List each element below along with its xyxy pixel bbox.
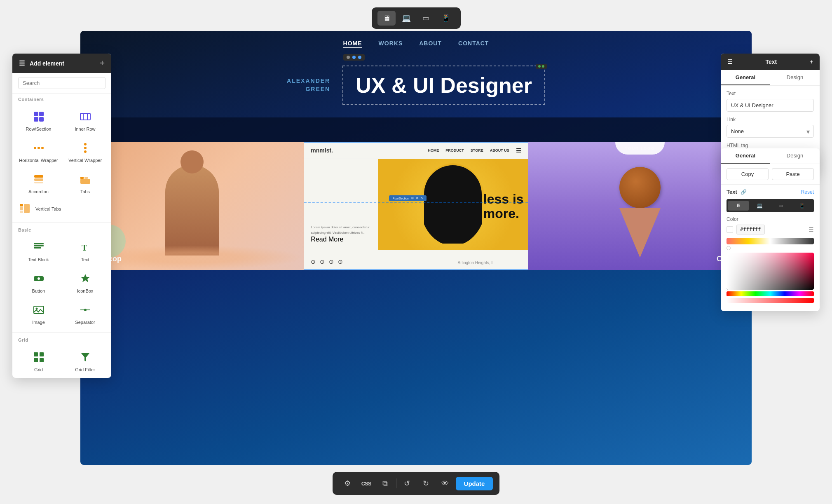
link-select[interactable]: None URL Email xyxy=(727,125,814,138)
design-tabs-bar: General Design xyxy=(721,148,820,164)
mini-hero-content: Lorem ipsum dolor sit amet, consectetur … xyxy=(304,159,527,250)
color-spectrum-bar[interactable] xyxy=(727,291,814,296)
element-image[interactable]: Image xyxy=(16,298,61,329)
right-sidebar-hamburger-icon[interactable]: ☰ xyxy=(727,59,733,65)
element-h-wrapper[interactable]: Horizontal Wrapper xyxy=(16,136,61,167)
containers-category-label: Containers xyxy=(12,94,111,103)
desktop-device-btn[interactable]: 🖥 xyxy=(377,11,396,26)
tab-general[interactable]: General xyxy=(721,70,770,85)
search-input[interactable] xyxy=(18,77,105,89)
color-picker-area[interactable] xyxy=(727,253,814,290)
text-link-icon[interactable]: 🔗 xyxy=(741,189,747,195)
svg-rect-38 xyxy=(40,358,44,362)
svg-text:+: + xyxy=(43,174,45,178)
grid2-icon xyxy=(31,350,46,365)
tab-design[interactable]: Design xyxy=(770,70,820,85)
color-gradient-bar[interactable] xyxy=(727,238,814,244)
copy-button[interactable]: Copy xyxy=(727,168,769,180)
design-tab-design[interactable]: Design xyxy=(770,148,820,164)
toolbar-dot-2 xyxy=(352,56,356,59)
element-iconbox[interactable]: IconBox xyxy=(62,267,108,298)
grid-elements-grid: Grid Grid Filter xyxy=(12,344,111,378)
element-label-grid: Grid xyxy=(34,367,43,372)
svg-rect-13 xyxy=(34,175,43,178)
social-icons: ⊙ ⊙ ⊙ ⊙ xyxy=(311,258,343,265)
device-mini-mobile[interactable]: 📱 xyxy=(792,201,813,211)
element-label-separator: Separator xyxy=(75,320,95,325)
svg-point-34 xyxy=(84,309,87,311)
element-text-block[interactable]: Text Block xyxy=(16,236,61,266)
portfolio-item-1[interactable]: ANIMATION Jamescop xyxy=(80,142,304,270)
element-grid[interactable]: Grid xyxy=(16,346,61,376)
mini-nav-about: ABOUT US xyxy=(490,148,509,152)
device-mini-desktop[interactable]: 🖥 xyxy=(728,201,749,211)
reset-link[interactable]: Reset xyxy=(801,189,814,195)
device-mini-tablet[interactable]: ▭ xyxy=(771,201,791,211)
element-grid-filter[interactable]: Grid Filter xyxy=(62,346,108,376)
portfolio-item-2[interactable]: mnmlst. HOME PRODUCT STORE ABOUT US ☰ Lo… xyxy=(304,142,528,270)
undo-toolbar-btn[interactable]: ↺ xyxy=(399,476,415,491)
social-whatsapp-icon: ⊙ xyxy=(338,258,343,265)
hero-title-box[interactable]: UX & UI Designer xyxy=(342,66,545,105)
svg-rect-26 xyxy=(34,247,41,248)
color-swatch[interactable] xyxy=(727,226,733,233)
right-sidebar-header: ☰ Text + xyxy=(721,54,820,70)
element-separator[interactable]: Separator xyxy=(62,298,108,329)
settings-toolbar-btn[interactable]: ⚙ xyxy=(339,476,356,491)
device-bar: 🖥 💻 ▭ 📱 xyxy=(372,7,461,29)
tablet-device-btn[interactable]: ▭ xyxy=(417,11,435,26)
element-button[interactable]: Button xyxy=(16,267,61,298)
handle-dot-2 xyxy=(542,65,544,68)
color-alpha-bar[interactable] xyxy=(727,298,814,303)
color-list-icon[interactable]: ☰ xyxy=(809,226,814,233)
toolbar-dot-1 xyxy=(347,56,350,59)
svg-rect-36 xyxy=(40,352,44,356)
element-label-grid-filter: Grid Filter xyxy=(75,367,95,372)
sidebar-hamburger-icon[interactable]: ☰ xyxy=(19,59,25,67)
css-toolbar-btn[interactable]: CSS xyxy=(358,476,375,491)
svg-rect-15 xyxy=(34,182,43,183)
nav-contact[interactable]: CONTACT xyxy=(458,40,489,48)
sidebar-title: Add element xyxy=(30,60,64,67)
portfolio-item-3[interactable]: UX DESIGN YOUR LOGO Carpitch STAY HOME 🏠 xyxy=(528,142,752,270)
right-sidebar-plus-icon[interactable]: + xyxy=(810,59,813,65)
svg-point-9 xyxy=(41,147,44,149)
element-text[interactable]: T Text xyxy=(62,236,108,266)
preview-toolbar-btn[interactable]: 👁 xyxy=(437,476,453,491)
svg-rect-3 xyxy=(39,117,44,122)
element-v-wrapper[interactable]: Vertical Wrapper xyxy=(62,136,108,167)
location-text: Arlington Heights, IL xyxy=(458,260,495,265)
svg-rect-0 xyxy=(34,112,38,116)
svg-rect-18 xyxy=(84,177,88,179)
update-button[interactable]: Update xyxy=(456,477,493,490)
section-overlay-bottom xyxy=(304,269,527,270)
text-field-input[interactable] xyxy=(727,99,814,112)
element-inner-row[interactable]: Inner Row xyxy=(62,105,108,136)
element-vertical-tabs[interactable]: Vertical Tabs xyxy=(16,199,108,219)
nav-about[interactable]: ABOUT xyxy=(419,40,442,48)
element-tabs[interactable]: Tabs xyxy=(62,168,108,198)
hero-name: ALEXANDER GREEN xyxy=(287,77,330,93)
device-mini-laptop[interactable]: 💻 xyxy=(750,201,770,211)
laptop-device-btn[interactable]: 💻 xyxy=(397,11,415,26)
color-slider-dot[interactable] xyxy=(727,246,731,250)
redo-toolbar-btn[interactable]: ↻ xyxy=(418,476,434,491)
right-sidebar-title: Text xyxy=(766,59,777,65)
icecream-scoop xyxy=(619,167,661,208)
element-accordion[interactable]: + Accordion xyxy=(16,168,61,198)
nav-works[interactable]: WORKS xyxy=(379,40,403,48)
paste-button[interactable]: Paste xyxy=(772,168,814,180)
design-tab-general[interactable]: General xyxy=(721,148,770,164)
mobile-device-btn[interactable]: 📱 xyxy=(437,11,455,26)
color-section: Color #ffffff ☰ xyxy=(727,216,814,303)
element-label-tabs: Tabs xyxy=(80,189,90,194)
row-section-icon xyxy=(31,109,46,124)
sidebar-header-left: ☰ Add element xyxy=(19,59,64,67)
v-tabs-icon xyxy=(19,203,30,215)
containers-grid: Row/Section Inner Row Horizontal Wrapper… xyxy=(12,103,111,220)
element-row-section[interactable]: Row/Section xyxy=(16,105,61,136)
mini-big-text-area: less is more. xyxy=(483,192,524,221)
sidebar-plus-icon[interactable]: + xyxy=(100,59,105,68)
nav-home[interactable]: HOME xyxy=(343,40,362,48)
responsive-toolbar-btn[interactable]: ⧉ xyxy=(377,476,394,491)
